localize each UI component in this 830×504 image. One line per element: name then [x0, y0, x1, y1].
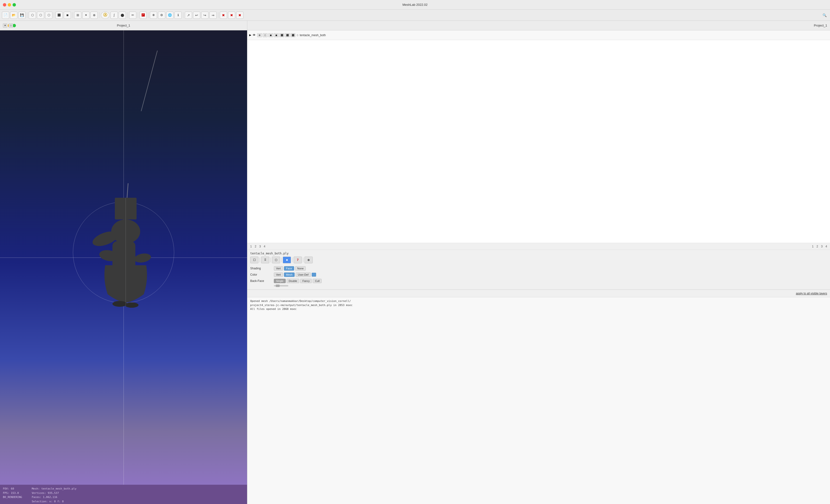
- toolbar-x2-btn[interactable]: ✖: [228, 11, 235, 19]
- svg-point-7: [113, 301, 127, 307]
- shading-face-btn[interactable]: Face: [284, 266, 294, 271]
- bo-rendering-label: BO_RENDERING: [3, 495, 22, 499]
- mesh-btn-wire[interactable]: ⬡: [272, 257, 280, 263]
- mesh-name-label: Mesh: tentacle_mesh_both.ply: [32, 486, 76, 491]
- toolbar-select-btn[interactable]: ⬡: [29, 11, 36, 19]
- toolbar-gear-btn[interactable]: ⚙: [158, 11, 165, 19]
- toolbar-snow-btn[interactable]: ❄: [150, 11, 157, 19]
- mini-slider-thumb[interactable]: [276, 284, 280, 287]
- toolbar-open-btn[interactable]: 📂: [10, 11, 18, 19]
- toolbar-sep-1: [27, 12, 27, 18]
- toolbar-x1-btn[interactable]: ✖: [220, 11, 227, 19]
- tab-3[interactable]: 3: [259, 245, 261, 248]
- toolbar-view-btn[interactable]: ⊞: [74, 11, 81, 19]
- toolbar-globe-btn[interactable]: 🌐: [166, 11, 173, 19]
- minimize-button[interactable]: [8, 3, 11, 6]
- svg-point-8: [125, 302, 138, 308]
- status-bar: FOV: 60 FPS: 153.8 BO_RENDERING Mesh: te…: [0, 485, 247, 504]
- tab-r3[interactable]: 3: [821, 245, 823, 248]
- toolbar-t10-btn[interactable]: ∫: [110, 11, 118, 19]
- silhouette-svg: [81, 183, 158, 318]
- toolbar-box-btn[interactable]: ◼: [64, 11, 71, 19]
- color-vert-btn[interactable]: Vert: [274, 272, 283, 277]
- mesh-toolbar-sep-2: [270, 258, 271, 262]
- layer-icon-6[interactable]: ⬛: [285, 33, 290, 37]
- color-swatch[interactable]: [312, 273, 316, 277]
- layer-icon-4[interactable]: ▣: [274, 33, 279, 37]
- toolbar-x3-btn[interactable]: ✖: [236, 11, 244, 19]
- back-face-cull-btn[interactable]: Cull: [313, 279, 322, 283]
- tab-4[interactable]: 4: [264, 245, 265, 248]
- toolbar-fwd-btn[interactable]: ↪: [201, 11, 209, 19]
- layer-icon-2[interactable]: ⬡: [263, 33, 267, 37]
- fov-label: FOV: 60: [3, 486, 22, 491]
- back-face-double-btn[interactable]: Double: [287, 279, 299, 283]
- toolbar-grid-btn[interactable]: ⬛: [56, 11, 63, 19]
- maximize-button[interactable]: [12, 3, 16, 6]
- mesh-btn-texture[interactable]: 7: [294, 257, 302, 263]
- toolbar-circle-btn[interactable]: ⬤: [119, 11, 126, 19]
- layer-icon-3[interactable]: ▣: [268, 33, 273, 37]
- vertices-label: Vertices: 935,537: [32, 491, 76, 495]
- toolbar-p-btn[interactable]: 🅿: [139, 11, 147, 19]
- toolbar-info-btn[interactable]: ℹ: [174, 11, 182, 19]
- tab-2[interactable]: 2: [255, 245, 256, 248]
- toolbar-sep-6: [138, 12, 138, 18]
- eye-icon[interactable]: 👁: [253, 33, 256, 37]
- max-left-btn[interactable]: [12, 24, 16, 27]
- back-face-fancy-btn[interactable]: Fancy: [300, 279, 312, 283]
- toolbar-persp-btn[interactable]: ✦: [82, 11, 90, 19]
- tab-r1[interactable]: 1: [812, 245, 813, 248]
- color-row: Color Vert Mesh User-Def: [250, 272, 827, 278]
- selection-label: Selection: v: 0 f: 0: [32, 499, 76, 504]
- toolbar-save-btn[interactable]: 💾: [18, 11, 26, 19]
- color-userdef-btn[interactable]: User-Def: [295, 272, 311, 277]
- mini-slider[interactable]: [274, 285, 288, 287]
- right-panel-expand-btn[interactable]: □: [9, 23, 13, 28]
- layer-icon-5[interactable]: ⬛: [279, 33, 284, 37]
- tab-r4[interactable]: 4: [825, 245, 827, 248]
- close-button[interactable]: [3, 3, 6, 6]
- back-face-single-btn[interactable]: Single: [274, 279, 286, 283]
- mesh-btn-solid[interactable]: ■: [283, 257, 291, 263]
- toolbar-font-a-btn[interactable]: Ⓐ: [101, 11, 109, 19]
- layer-icon-1[interactable]: ⊞: [257, 33, 262, 37]
- viewport-area[interactable]: [0, 30, 247, 485]
- toolbar-arrow1-btn[interactable]: ↗: [185, 11, 192, 19]
- tab-numbers-row: 1 2 3 4 1 2 3 4: [247, 243, 830, 250]
- mesh-toolbar-sep-3: [281, 258, 282, 262]
- shading-vert-btn[interactable]: Vert: [274, 266, 283, 271]
- log-line-1: Opened mesh /Users/namanmakkar/Desktop/c…: [250, 299, 827, 303]
- toolbar-back-btn[interactable]: ↩: [193, 11, 200, 19]
- status-left: FOV: 60 FPS: 153.8 BO_RENDERING: [3, 486, 22, 499]
- tab-1[interactable]: 1: [250, 245, 252, 248]
- right-panel-close-btn[interactable]: ✕: [3, 23, 7, 28]
- layer-icon-7[interactable]: ⬛: [290, 33, 295, 37]
- layer-icons: ⊞ ⬡ ▣ ▣ ⬛ ⬛ ⬛: [257, 33, 295, 37]
- fps-label: FPS: 153.8: [3, 491, 22, 495]
- mesh-silhouette: [81, 183, 158, 318]
- toolbar-ortho-btn[interactable]: ⊕: [91, 11, 98, 19]
- mesh-toolbar-sep-4: [292, 258, 292, 262]
- toolbar-new-btn[interactable]: 📄: [2, 11, 9, 19]
- toolbar-pencil-btn[interactable]: ✏: [129, 11, 136, 19]
- apply-label: apply to all visible layers: [796, 292, 827, 295]
- layer-content-area: [247, 40, 830, 243]
- toolbar-paint-btn[interactable]: ⬡: [45, 11, 52, 19]
- mesh-btn-points[interactable]: ⠿: [261, 257, 269, 263]
- tab-r2[interactable]: 2: [817, 245, 818, 248]
- layer-list: ▶ 👁 ⊞ ⬡ ▣ ▣ ⬛ ⬛ ⬛ 0 tentacle_mesh_both: [247, 30, 830, 40]
- toolbar-fwd2-btn[interactable]: ⇒: [210, 11, 217, 19]
- log-area: Opened mesh /Users/namanmakkar/Desktop/c…: [247, 297, 830, 504]
- expand-icon[interactable]: ▶: [249, 34, 251, 37]
- app-title: MeshLab 2022.02: [403, 3, 427, 6]
- mesh-btn-box[interactable]: ☐: [250, 257, 258, 263]
- shading-label: Shading: [250, 267, 272, 270]
- shading-none-btn[interactable]: None: [295, 266, 306, 271]
- toolbar-select2-btn[interactable]: ⬡: [37, 11, 44, 19]
- mesh-btn-map[interactable]: ⊕: [305, 257, 313, 263]
- toolbar-sep-3: [72, 12, 73, 18]
- slider-row: [250, 284, 827, 288]
- toolbar-search-btn[interactable]: 🔍: [821, 11, 828, 19]
- color-mesh-btn[interactable]: Mesh: [284, 272, 295, 277]
